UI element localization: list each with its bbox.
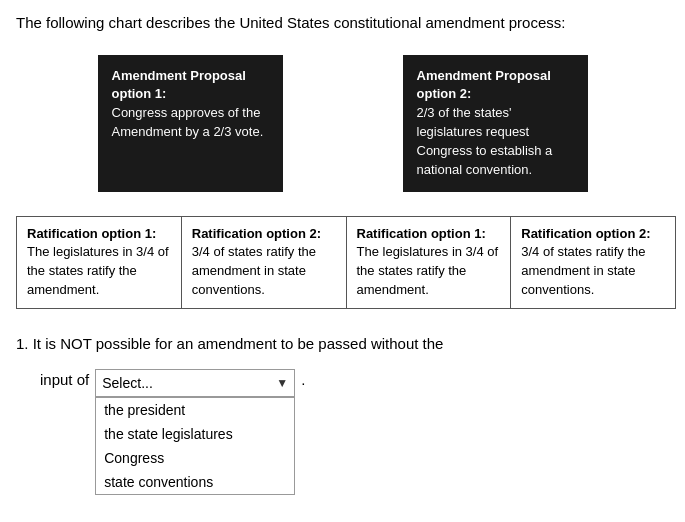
period: .	[301, 369, 305, 388]
rat-1-body: The legislatures in 3/4 of the states ra…	[27, 244, 169, 297]
proposal-box-2: Amendment Proposal option 2: 2/3 of the …	[403, 55, 588, 192]
ratification-box-2: Ratification option 2: 3/4 of states rat…	[182, 217, 347, 308]
rat-4-body: 3/4 of states ratify the amendment in st…	[521, 244, 645, 297]
dropdown-list: the president the state legislatures Con…	[95, 397, 295, 495]
select-box-text: Select...	[102, 375, 276, 391]
question-text: 1. It is NOT possible for an amendment t…	[16, 333, 669, 356]
select-wrapper: Select... ▼ the president the state legi…	[95, 369, 295, 397]
rat-2-title: Ratification option 2:	[192, 226, 321, 241]
proposal-2-title: Amendment Proposal option 2:	[417, 68, 551, 102]
rat-2-body: 3/4 of states ratify the amendment in st…	[192, 244, 316, 297]
ratification-row: Ratification option 1: The legislatures …	[16, 216, 676, 309]
proposal-2-body: 2/3 of the states' legislatures request …	[417, 105, 553, 177]
ratification-box-3: Ratification option 1: The legislatures …	[347, 217, 512, 308]
rat-3-body: The legislatures in 3/4 of the states ra…	[357, 244, 499, 297]
proposal-1-body: Congress approves of the Amendment by a …	[112, 105, 264, 139]
proposal-1-title: Amendment Proposal option 1:	[112, 68, 246, 102]
dropdown-item-president[interactable]: the president	[96, 398, 294, 422]
dropdown-item-congress[interactable]: Congress	[96, 446, 294, 470]
input-row: input of Select... ▼ the president the s…	[40, 369, 669, 397]
ratification-box-1: Ratification option 1: The legislatures …	[17, 217, 182, 308]
ratification-box-4: Ratification option 2: 3/4 of states rat…	[511, 217, 675, 308]
dropdown-arrow-icon: ▼	[276, 376, 288, 390]
input-label: input of	[40, 369, 89, 388]
select-box[interactable]: Select... ▼	[95, 369, 295, 397]
dropdown-item-conventions[interactable]: state conventions	[96, 470, 294, 494]
dropdown-item-legislatures[interactable]: the state legislatures	[96, 422, 294, 446]
rat-3-title: Ratification option 1:	[357, 226, 486, 241]
proposal-row: Amendment Proposal option 1: Congress ap…	[16, 55, 669, 192]
rat-4-title: Ratification option 2:	[521, 226, 650, 241]
intro-text: The following chart describes the United…	[16, 12, 669, 35]
proposal-box-1: Amendment Proposal option 1: Congress ap…	[98, 55, 283, 192]
rat-1-title: Ratification option 1:	[27, 226, 156, 241]
